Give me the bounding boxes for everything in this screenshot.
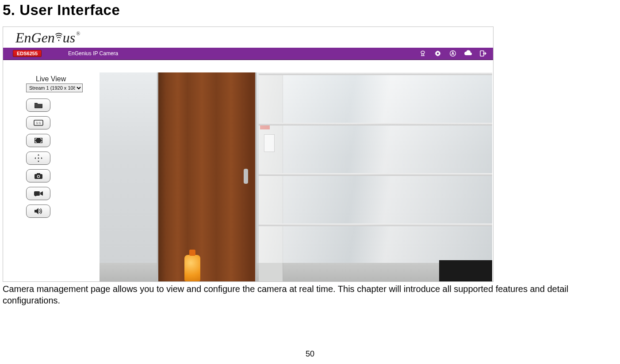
- model-badge: EDS6255: [13, 50, 42, 57]
- brand-row: EnGenus®: [3, 27, 493, 48]
- camera-icon[interactable]: [419, 49, 427, 57]
- side-column: Live View Stream 1 (1920 x 1080) 1:1: [4, 72, 100, 281]
- page-number: 50: [0, 349, 620, 359]
- folder-button[interactable]: [26, 99, 50, 112]
- svg-point-0: [58, 40, 59, 41]
- wifi-icon: [55, 29, 62, 45]
- auto-icon[interactable]: [449, 49, 457, 57]
- section-heading: 5. User Interface: [3, 2, 617, 19]
- svg-rect-10: [37, 173, 40, 174]
- svg-point-8: [38, 158, 39, 159]
- snapshot-icon: [34, 173, 43, 179]
- pan-button[interactable]: [26, 152, 50, 165]
- cloud-icon[interactable]: [464, 49, 472, 57]
- top-bar: EDS6255 EnGenius IP Camera: [3, 48, 493, 60]
- svg-point-1: [421, 51, 425, 54]
- stream-select[interactable]: Stream 1 (1920 x 1080): [26, 83, 83, 92]
- actual-size-icon: 1:1: [34, 120, 43, 126]
- svg-point-14: [34, 194, 37, 197]
- product-name: EnGenius IP Camera: [68, 50, 118, 57]
- actual-size-button[interactable]: 1:1: [26, 116, 50, 129]
- volume-icon: [34, 208, 43, 215]
- record-button[interactable]: [26, 187, 50, 200]
- caption-text: Camera management page allows you to vie…: [3, 284, 617, 306]
- logout-icon[interactable]: [479, 49, 487, 57]
- content-area: Live View Stream 1 (1920 x 1080) 1:1: [3, 60, 493, 281]
- door-image: [157, 72, 256, 281]
- fullscreen-icon: [34, 137, 43, 144]
- volume-button[interactable]: [26, 205, 50, 218]
- svg-point-12: [38, 175, 39, 177]
- bottle-image: [184, 255, 200, 281]
- snapshot-button[interactable]: [26, 169, 50, 182]
- brand-logo: EnGenus®: [15, 30, 80, 46]
- video-pane: [100, 72, 492, 281]
- ui-screenshot: EnGenus® EDS6255 EnGenius IP Camera Live…: [3, 27, 494, 282]
- svg-point-2: [437, 53, 439, 54]
- fullscreen-button[interactable]: [26, 134, 50, 147]
- gear-icon[interactable]: [434, 49, 442, 57]
- record-icon: [34, 190, 43, 197]
- glass-panel: [259, 72, 492, 281]
- registered-mark: ®: [76, 30, 80, 37]
- svg-text:1:1: 1:1: [36, 121, 41, 125]
- live-view-label: Live View: [36, 75, 100, 83]
- folder-icon: [34, 102, 43, 109]
- side-button-group: 1:1: [26, 99, 100, 218]
- topbar-icons: [419, 48, 487, 59]
- pan-icon: [34, 154, 43, 163]
